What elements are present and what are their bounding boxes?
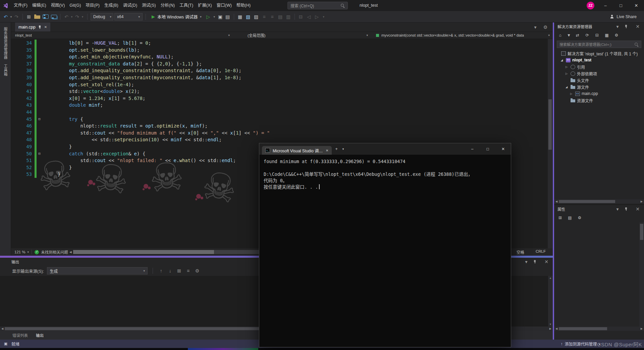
debug-console-window[interactable]: Microsoft Visual Studio 调试控制台 ✕ + ▾ – □ …: [259, 143, 511, 347]
code-line-36[interactable]: 36 opt.set_min_objective(myvfunc, NULL);: [11, 53, 548, 60]
scrollbar-thumb[interactable]: [640, 224, 643, 240]
scroll-left-icon[interactable]: ◀: [554, 200, 559, 203]
editor-options-icon[interactable]: ⚙: [542, 24, 548, 31]
scrollbar-thumb[interactable]: [559, 327, 607, 330]
code-line-34[interactable]: 34 lb[0] = -HUGE_VAL; lb[1] = 0;: [11, 40, 548, 47]
properties-window-icon[interactable]: ▨: [253, 13, 259, 20]
tab-dropdown-icon[interactable]: ▾: [342, 147, 344, 151]
tree-collapsed-arrow-icon[interactable]: ▷: [566, 72, 570, 75]
scrollbar-thumb[interactable]: [559, 200, 615, 203]
save-icon[interactable]: [43, 14, 49, 19]
add-to-source-control-button[interactable]: ↑ 添加到源代码管理 ▴: [560, 341, 600, 347]
solution-explorer-horizontal-scrollbar[interactable]: ◀ ▶: [554, 199, 644, 204]
breadcrumb-scope-dropdown[interactable]: (全局范围) ▾: [232, 32, 371, 39]
go-to-previous-message-icon[interactable]: ↑: [158, 267, 164, 274]
close-icon[interactable]: ✕: [44, 25, 47, 29]
tree-collapsed-arrow-icon[interactable]: ▷: [570, 92, 575, 95]
new-tab-icon[interactable]: +: [335, 147, 337, 151]
categorized-icon[interactable]: ⊞: [557, 214, 563, 221]
code-line-41[interactable]: 41 std::vector<double> x(2);: [11, 88, 548, 95]
pin-icon[interactable]: [625, 207, 631, 211]
background-tasks-icon[interactable]: ▣: [3, 341, 9, 347]
switch-views-icon[interactable]: ⌂: [557, 32, 563, 39]
live-share-button[interactable]: Live Share: [610, 11, 637, 22]
scrollbar-thumb[interactable]: [73, 250, 214, 254]
menu-item-11[interactable]: 窗口(W): [214, 0, 234, 11]
code-line-44[interactable]: 44: [11, 109, 548, 116]
panel-tab-0[interactable]: 错误列表: [12, 333, 28, 338]
bookmark-options-icon[interactable]: ▾: [322, 13, 325, 20]
account-avatar[interactable]: ZZ: [587, 2, 594, 9]
profiler-icon[interactable]: ▤: [225, 13, 231, 20]
scroll-down-icon[interactable]: ▼: [549, 323, 552, 326]
menu-item-10[interactable]: 扩展(X): [196, 0, 214, 11]
tree-item-4[interactable]: 头文件: [554, 77, 644, 84]
left-strip-tab-0[interactable]: 服务器资源管理器: [3, 27, 8, 59]
tree-expanded-arrow-icon[interactable]: ◢: [566, 86, 570, 89]
scrollbar-thumb[interactable]: [548, 99, 552, 150]
undo-icon[interactable]: ↶: [63, 13, 69, 20]
menu-item-12[interactable]: 帮助(H): [234, 0, 253, 11]
properties-content[interactable]: [554, 222, 644, 327]
collapse-all-icon[interactable]: ⊟: [594, 32, 600, 39]
redo-dropdown-icon[interactable]: ▾: [81, 13, 84, 20]
navigate-back-icon[interactable]: ↶: [3, 13, 9, 20]
tree-collapsed-arrow-icon[interactable]: ▷: [566, 65, 570, 68]
code-line-35[interactable]: 35 opt.set_lower_bounds(lb);: [11, 47, 548, 54]
toolbar-options-icon[interactable]: ▾: [523, 258, 529, 265]
refresh-icon[interactable]: ⟳: [584, 32, 590, 39]
tree-item-2[interactable]: ▷引用: [554, 63, 644, 70]
properties-icon[interactable]: ⚙: [613, 32, 620, 39]
filter-icon[interactable]: ▼: [567, 32, 571, 39]
panel-tab-1[interactable]: 输出: [36, 333, 44, 338]
uncomment-selection-icon[interactable]: ▥: [285, 13, 291, 20]
close-icon[interactable]: ✕: [543, 258, 549, 265]
editor-status-item-1[interactable]: 空格: [517, 249, 524, 255]
solution-explorer-search-box[interactable]: 搜索解决方案资源管理器(Ctrl+;): [557, 41, 641, 48]
scroll-right-icon[interactable]: ▶: [639, 200, 644, 203]
close-button[interactable]: ✕: [629, 0, 644, 11]
menu-item-8[interactable]: 分析(N): [158, 0, 177, 11]
menu-item-3[interactable]: Git(G): [67, 0, 83, 11]
code-line-48[interactable]: 48 << std::setprecision(10) << minf << s…: [11, 136, 548, 143]
minimize-button[interactable]: –: [465, 143, 480, 155]
menu-item-1[interactable]: 编辑(E): [30, 0, 49, 11]
maximize-button[interactable]: □: [480, 143, 495, 155]
scroll-left-icon[interactable]: ◀: [0, 327, 5, 330]
new-project-icon[interactable]: ⊞: [26, 13, 32, 20]
editor-status-item-2[interactable]: CRLF: [536, 249, 546, 255]
show-all-files-icon[interactable]: ▦: [604, 32, 610, 39]
close-icon[interactable]: ✕: [635, 206, 641, 212]
tab-main-cpp[interactable]: main.cpp ✕: [15, 22, 50, 32]
properties-vertical-scrollbar[interactable]: [639, 222, 644, 327]
code-line-43[interactable]: 43 double minf;: [11, 102, 548, 109]
navigate-back-dropdown-icon[interactable]: ▾: [9, 13, 13, 20]
tree-item-7[interactable]: 资源文件: [554, 97, 644, 104]
attach-to-process-icon[interactable]: ▣: [217, 13, 223, 20]
output-vertical-scrollbar[interactable]: ▲ ▼: [548, 276, 553, 327]
toolbar-options-icon[interactable]: ▾: [614, 23, 621, 30]
minimize-button[interactable]: –: [598, 0, 613, 11]
scroll-up-icon[interactable]: ▲: [549, 277, 552, 280]
breadcrumb-project-dropdown[interactable]: nlopt_test ▾: [11, 32, 232, 39]
scroll-left-icon[interactable]: ◀: [554, 327, 559, 330]
solution-explorer-toggle-icon[interactable]: ▦: [237, 13, 243, 20]
tree-item-3[interactable]: ▷外部依赖项: [554, 70, 644, 77]
tree-item-5[interactable]: ◢源文件: [554, 84, 644, 90]
document-health-indicator[interactable]: 未找到相关问题: [35, 249, 68, 255]
breadcrumb-member-dropdown[interactable]: myvconstraint(const std::vector<double>&…: [371, 32, 552, 39]
solution-configuration-dropdown[interactable]: Debug ▾: [91, 13, 113, 20]
code-line-39[interactable]: 39 opt.add_inequality_constraint(myvcons…: [11, 74, 548, 81]
console-output[interactable]: found minimum at f(0.333333,0.296296) = …: [259, 155, 511, 194]
console-tab[interactable]: Microsoft Visual Studio 调试控制台 ✕: [262, 146, 332, 155]
code-line-42[interactable]: 42 x[0] = 1.234; x[1] = 5.678;: [11, 95, 548, 102]
properties-horizontal-scrollbar[interactable]: ◀ ▶: [554, 327, 644, 331]
save-all-icon[interactable]: [51, 15, 57, 19]
toggle-word-wrap-icon[interactable]: ≡: [185, 267, 191, 274]
pin-icon[interactable]: [625, 24, 631, 29]
open-folder-icon[interactable]: [34, 15, 40, 19]
menu-item-6[interactable]: 调试(D): [121, 0, 140, 11]
indent-increase-icon[interactable]: ≡: [269, 13, 275, 20]
code-line-47[interactable]: 47 std::cout << "found minimum at f(" <<…: [11, 130, 548, 137]
sync-with-active-document-icon[interactable]: ⇄: [575, 32, 581, 39]
